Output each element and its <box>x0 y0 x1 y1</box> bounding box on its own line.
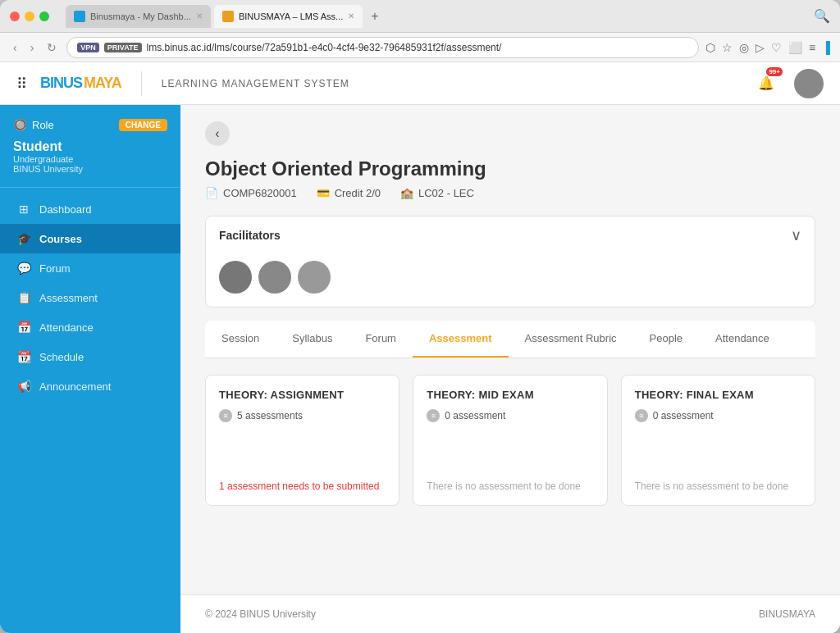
tab-close-2[interactable]: ✕ <box>348 11 354 20</box>
sidebar-item-announcement[interactable]: 📢 Announcement <box>0 371 180 401</box>
courses-icon: 🎓 <box>16 232 31 245</box>
page-footer: © 2024 BINUS University BINUSMAYA <box>180 594 840 633</box>
course-code-icon: 📄 <box>205 187 218 199</box>
sidebar-item-label-dashboard: Dashboard <box>39 203 92 216</box>
favorites-icon[interactable]: ♡ <box>771 41 782 54</box>
tab-people[interactable]: People <box>633 321 699 357</box>
card-title-assignment: THEORY: ASSIGNMENT <box>219 389 386 401</box>
sidebar-item-dashboard[interactable]: ⊞ Dashboard <box>0 194 180 224</box>
forward-nav-button[interactable]: › <box>27 39 38 56</box>
card-count-final: ≡ 0 assessment <box>635 409 801 422</box>
browser-search-icon[interactable]: 🔍 <box>814 8 830 24</box>
course-meta: 📄 COMP6820001 💳 Credit 2/0 🏫 LC02 - LEC <box>205 187 815 199</box>
forum-icon: 💬 <box>16 262 31 275</box>
sidebar-toggle-icon[interactable]: ▐ <box>822 41 830 54</box>
tab-syllabus[interactable]: Syllabus <box>276 321 349 357</box>
sidebar-item-courses[interactable]: 🎓 Courses <box>0 224 180 253</box>
sidebar-item-label-forum: Forum <box>39 262 71 275</box>
count-icon-final: ≡ <box>635 409 648 422</box>
content-inner: ‹ Object Oriented Programming 📄 COMP6820… <box>180 105 840 594</box>
tab-close-1[interactable]: ✕ <box>196 11 203 20</box>
card-warning-assignment: 1 assessment needs to be submitted <box>219 480 386 492</box>
tab-label-1: Binusmaya - My Dashb... <box>90 11 191 21</box>
profile-school: BINUS University <box>13 164 167 174</box>
browser-toolbar-icons: ⬡ ☆ ◎ ▷ ♡ ⬜ ≡ ▐ <box>705 41 830 54</box>
sidebar: 🔘 Role CHANGE Student Undergraduate BINU… <box>0 105 180 633</box>
tab-favicon-2 <box>222 11 234 22</box>
tab-forum[interactable]: Forum <box>349 321 413 357</box>
course-code-text: COMP6820001 <box>223 187 297 199</box>
sidebar-item-assessment[interactable]: 📋 Assessment <box>0 283 180 312</box>
sidebar-item-attendance[interactable]: 📅 Attendance <box>0 312 180 342</box>
logo-binus: BINUS <box>40 75 82 92</box>
browser-tab-1[interactable]: Binusmaya - My Dashb... ✕ <box>66 5 211 28</box>
footer-brand: BINUSMAYA <box>759 608 815 620</box>
profile-name: Student <box>13 139 167 154</box>
hamburger-menu-icon[interactable]: ⠿ <box>16 75 27 93</box>
collections-icon[interactable]: ⬜ <box>788 41 802 54</box>
role-header: 🔘 Role CHANGE <box>13 118 167 131</box>
assessment-grid: THEORY: ASSIGNMENT ≡ 5 assessments 1 ass… <box>205 375 815 506</box>
facilitator-avatar-2 <box>258 261 291 294</box>
maximize-traffic-light[interactable] <box>39 11 49 21</box>
profile-icon[interactable]: ◎ <box>739 41 749 54</box>
sidebar-item-label-courses: Courses <box>39 233 82 245</box>
close-traffic-light[interactable] <box>10 11 20 21</box>
browser-tab-2[interactable]: BINUSMAYA – LMS Ass... ✕ <box>214 5 363 28</box>
announcement-icon: 📢 <box>16 380 31 393</box>
tab-session[interactable]: Session <box>205 321 276 357</box>
dashboard-icon: ⊞ <box>16 203 31 216</box>
menu-icon[interactable]: ≡ <box>809 41 815 54</box>
tab-assessment[interactable]: Assessment <box>413 321 509 357</box>
tabs-bar: Session Syllabus Forum Assessment Assess… <box>205 321 815 358</box>
sidebar-profile: 🔘 Role CHANGE Student Undergraduate BINU… <box>0 105 180 188</box>
count-icon-assignment: ≡ <box>219 409 232 422</box>
facilitators-body <box>206 254 815 307</box>
tab-favicon-1 <box>74 11 85 22</box>
tab-label-2: BINUSMAYA – LMS Ass... <box>239 11 343 21</box>
screenshot-icon[interactable]: ⬡ <box>705 41 715 54</box>
meta-credit: 💳 Credit 2/0 <box>317 187 381 199</box>
tab-attendance[interactable]: Attendance <box>699 321 786 357</box>
user-avatar[interactable] <box>794 69 824 98</box>
credit-icon: 💳 <box>317 187 330 199</box>
notification-button[interactable]: 🔔 99+ <box>751 69 781 98</box>
bookmark-icon[interactable]: ☆ <box>722 41 733 54</box>
card-neutral-final: There is no assessment to be done <box>635 480 801 492</box>
card-count-mid: ≡ 0 assessment <box>427 409 593 422</box>
new-tab-button[interactable]: + <box>366 9 383 24</box>
address-bar[interactable]: VPN PRIVATE lms.binus.ac.id/lms/course/7… <box>66 37 699 58</box>
tab-assessment-rubric[interactable]: Assessment Rubric <box>509 321 633 357</box>
back-button[interactable]: ‹ <box>205 121 230 146</box>
meta-course-code: 📄 COMP6820001 <box>205 187 297 199</box>
private-badge: PRIVATE <box>104 43 142 52</box>
card-neutral-mid: There is no assessment to be done <box>427 480 593 492</box>
card-spacer-3 <box>635 429 801 480</box>
card-title-mid: THEORY: MID EXAM <box>427 389 593 401</box>
facilitators-title: Facilitators <box>219 229 281 242</box>
card-count-assignment: ≡ 5 assessments <box>219 409 386 422</box>
class-icon: 🏫 <box>400 187 413 199</box>
assessment-card-mid: THEORY: MID EXAM ≡ 0 assessment There is… <box>413 375 607 506</box>
page-content: ‹ Object Oriented Programming 📄 COMP6820… <box>180 105 840 633</box>
facilitator-avatar-1 <box>219 261 252 294</box>
minimize-traffic-light[interactable] <box>25 11 34 21</box>
card-title-final: THEORY: FINAL EXAM <box>635 389 801 401</box>
browser-addressbar: ‹ › ↻ VPN PRIVATE lms.binus.ac.id/lms/co… <box>0 33 840 62</box>
back-nav-button[interactable]: ‹ <box>10 39 21 56</box>
count-icon-mid: ≡ <box>427 409 440 422</box>
course-title: Object Oriented Programming <box>205 157 815 180</box>
role-icon: 🔘 <box>13 118 27 131</box>
extensions-icon[interactable]: ▷ <box>756 41 765 54</box>
browser-titlebar: Binusmaya - My Dashb... ✕ BINUSMAYA – LM… <box>0 0 840 33</box>
change-role-button[interactable]: CHANGE <box>119 119 167 131</box>
facilitators-section: Facilitators ∨ <box>205 216 815 307</box>
footer-copyright: © 2024 BINUS University <box>205 608 316 620</box>
sidebar-item-schedule[interactable]: 📆 Schedule <box>0 342 180 371</box>
sidebar-item-forum[interactable]: 💬 Forum <box>0 253 180 283</box>
reload-nav-button[interactable]: ↻ <box>43 39 60 56</box>
role-label: Role <box>32 119 54 131</box>
meta-class: 🏫 LC02 - LEC <box>400 187 474 199</box>
facilitators-header[interactable]: Facilitators ∨ <box>206 216 815 254</box>
facilitators-chevron-icon: ∨ <box>791 226 801 244</box>
